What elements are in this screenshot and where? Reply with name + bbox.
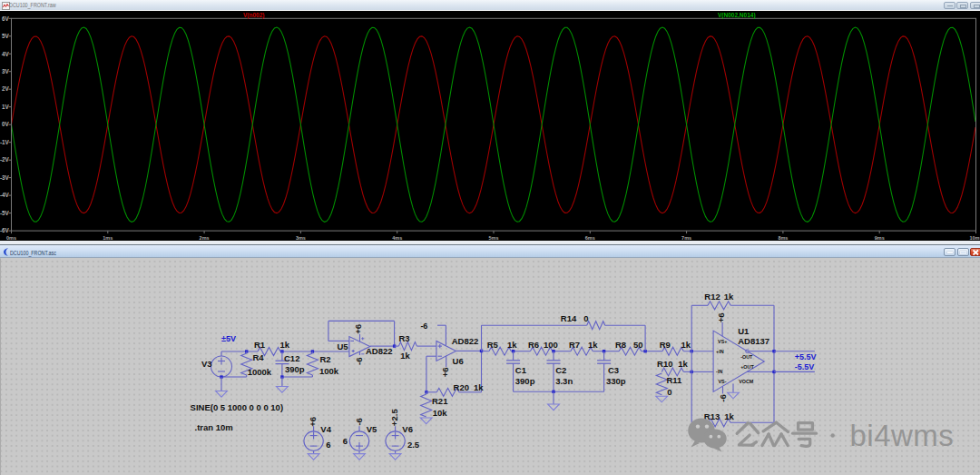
svg-text:1V: 1V bbox=[2, 104, 10, 110]
svg-text:2V: 2V bbox=[2, 85, 10, 92]
svg-text:R7: R7 bbox=[569, 340, 580, 350]
svg-text:-2V: -2V bbox=[0, 156, 10, 163]
svg-text:V(n002): V(n002) bbox=[243, 12, 264, 19]
svg-text:2.5: 2.5 bbox=[407, 440, 420, 450]
svg-text:100: 100 bbox=[544, 340, 558, 350]
svg-text:10ms: 10ms bbox=[969, 235, 980, 241]
svg-text:-6V: -6V bbox=[0, 227, 10, 233]
svg-text:U5: U5 bbox=[338, 341, 349, 351]
svg-text:V6: V6 bbox=[402, 424, 413, 434]
svg-text:AD822: AD822 bbox=[452, 336, 479, 346]
svg-text:-5.5V: -5.5V bbox=[795, 362, 815, 371]
svg-text:-6: -6 bbox=[718, 394, 728, 402]
svg-text:9ms: 9ms bbox=[875, 235, 885, 241]
svg-text:3V: 3V bbox=[2, 68, 10, 74]
svg-text:-6: -6 bbox=[354, 418, 364, 426]
svg-text:1k: 1k bbox=[280, 340, 290, 350]
svg-text:-3V: -3V bbox=[0, 174, 10, 181]
svg-text:+6: +6 bbox=[353, 324, 363, 334]
svg-text:+IN: +IN bbox=[716, 349, 724, 354]
svg-text:VOCM: VOCM bbox=[739, 379, 754, 384]
svg-text:0ms: 0ms bbox=[6, 235, 16, 241]
svg-text:R21: R21 bbox=[432, 396, 448, 406]
svg-text:AD822: AD822 bbox=[366, 346, 393, 356]
svg-text:-5V: -5V bbox=[0, 210, 10, 216]
svg-text:1000k: 1000k bbox=[248, 367, 272, 377]
svg-text:VS+: VS+ bbox=[718, 339, 727, 344]
svg-text:100k: 100k bbox=[319, 366, 339, 376]
svg-text:6: 6 bbox=[326, 440, 330, 450]
svg-text:R11: R11 bbox=[666, 375, 682, 385]
svg-text:R14: R14 bbox=[561, 313, 577, 323]
svg-text:-6: -6 bbox=[354, 358, 364, 366]
svg-text:R3: R3 bbox=[398, 333, 409, 343]
svg-text:V(N002,N014): V(N002,N014) bbox=[718, 12, 756, 19]
svg-text:6ms: 6ms bbox=[585, 235, 595, 241]
svg-text:0: 0 bbox=[667, 387, 671, 397]
svg-text:50: 50 bbox=[633, 340, 643, 350]
svg-text:8ms: 8ms bbox=[778, 235, 788, 241]
svg-text:C1: C1 bbox=[515, 365, 527, 375]
svg-text:R8: R8 bbox=[615, 340, 626, 350]
svg-text:U6: U6 bbox=[453, 356, 464, 366]
svg-text:±5V: ±5V bbox=[221, 334, 236, 343]
svg-text:+6: +6 bbox=[308, 417, 318, 427]
svg-text:V5: V5 bbox=[367, 424, 377, 434]
svg-text:1k: 1k bbox=[678, 359, 688, 369]
svg-text:AD8137: AD8137 bbox=[738, 336, 769, 346]
svg-text:+2.5: +2.5 bbox=[389, 409, 399, 427]
svg-text:U1: U1 bbox=[738, 326, 750, 336]
svg-text:R6: R6 bbox=[528, 340, 539, 350]
svg-text:5ms: 5ms bbox=[488, 235, 498, 241]
svg-text:5V: 5V bbox=[2, 33, 10, 39]
svg-text:V3: V3 bbox=[201, 359, 212, 369]
svg-text:330p: 330p bbox=[606, 376, 626, 386]
svg-text:-IN: -IN bbox=[716, 369, 722, 374]
svg-text:-1V: -1V bbox=[0, 139, 10, 145]
svg-text:.tran 10m: .tran 10m bbox=[195, 422, 233, 432]
svg-text:R4: R4 bbox=[253, 352, 265, 362]
svg-text:10k: 10k bbox=[433, 408, 448, 418]
svg-text:6: 6 bbox=[343, 436, 348, 446]
svg-text:1k: 1k bbox=[474, 382, 484, 392]
svg-text:R10: R10 bbox=[657, 359, 672, 369]
svg-text:2ms: 2ms bbox=[200, 235, 210, 241]
svg-text:+5.5V: +5.5V bbox=[795, 352, 817, 361]
svg-text:R9: R9 bbox=[660, 340, 671, 350]
svg-text:1ms: 1ms bbox=[103, 235, 113, 241]
svg-text:bi4wms: bi4wms bbox=[850, 419, 955, 452]
svg-text:7ms: 7ms bbox=[681, 235, 691, 241]
svg-text:0V: 0V bbox=[2, 121, 10, 127]
svg-text:-OUT: -OUT bbox=[740, 354, 753, 360]
svg-text:1k: 1k bbox=[400, 351, 410, 361]
svg-text:1k: 1k bbox=[681, 340, 691, 350]
svg-text:4ms: 4ms bbox=[392, 235, 402, 241]
svg-text:4V: 4V bbox=[2, 51, 10, 57]
svg-text:0: 0 bbox=[583, 313, 588, 323]
svg-text:SINE(0 5 1000 0 0 0 10): SINE(0 5 1000 0 0 0 10) bbox=[191, 402, 283, 412]
svg-text:VS-: VS- bbox=[719, 379, 727, 384]
svg-text:390p: 390p bbox=[285, 364, 305, 374]
svg-text:R5: R5 bbox=[487, 340, 499, 350]
svg-text:+OUT: +OUT bbox=[740, 364, 754, 370]
svg-text:390p: 390p bbox=[515, 376, 535, 386]
svg-text:6V: 6V bbox=[2, 15, 10, 22]
svg-text:1k: 1k bbox=[724, 292, 734, 302]
svg-text:R20: R20 bbox=[454, 382, 469, 392]
svg-text:3ms: 3ms bbox=[296, 235, 306, 241]
svg-text:1k: 1k bbox=[507, 340, 517, 350]
svg-text:1k: 1k bbox=[724, 411, 734, 421]
svg-text:+6: +6 bbox=[440, 367, 450, 377]
svg-text:R2: R2 bbox=[320, 354, 331, 364]
svg-text:R12: R12 bbox=[704, 292, 720, 302]
svg-text:+6: +6 bbox=[716, 312, 726, 322]
svg-text:C3: C3 bbox=[608, 365, 619, 375]
svg-text:3.3n: 3.3n bbox=[555, 376, 573, 386]
svg-text:-6: -6 bbox=[420, 322, 427, 331]
svg-text:1k: 1k bbox=[588, 340, 598, 350]
svg-text:V4: V4 bbox=[320, 424, 331, 434]
svg-text:-4V: -4V bbox=[0, 192, 10, 198]
svg-text:C12: C12 bbox=[284, 353, 299, 363]
svg-text:C2: C2 bbox=[555, 365, 566, 375]
svg-text:R1: R1 bbox=[254, 340, 266, 350]
